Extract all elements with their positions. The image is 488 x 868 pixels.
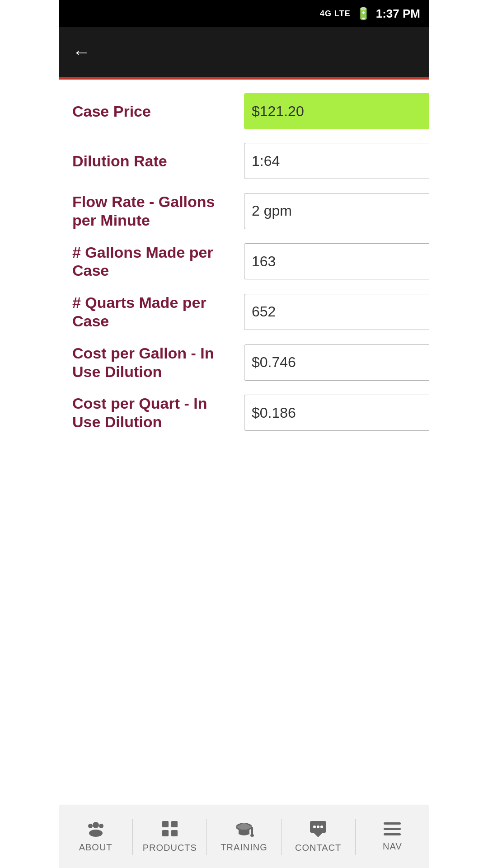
svg-rect-4 [162,821,169,827]
about-icon [87,821,105,840]
svg-point-0 [93,822,99,828]
form-row-case-price: Case Price [72,93,416,129]
products-label: PRODUCTS [143,843,197,853]
nav-item-products[interactable]: PRODUCTS [133,820,206,853]
svg-rect-10 [251,827,253,835]
contact-icon [309,820,327,840]
main-content: Case PriceDilution RateFlow Rate - Gallo… [59,80,429,805]
label-cost-per-gallon: Cost per Gallon - In Use Dilution [72,344,235,381]
back-button[interactable]: ← [72,43,90,61]
signal-icon: 4G LTE [320,9,351,19]
input-dilution-rate[interactable] [244,143,429,179]
input-gallons-made[interactable] [244,243,429,279]
input-flow-rate[interactable] [244,193,429,229]
status-bar: 4G LTE 🔋 1:37 PM [59,0,429,27]
label-cost-per-quart: Cost per Quart - In Use Dilution [72,394,235,431]
form-row-quarts-made: # Quarts Made per Case [72,293,416,330]
input-quarts-made[interactable] [244,294,429,330]
svg-point-14 [313,826,316,828]
label-gallons-made: # Gallons Made per Case [72,243,235,280]
label-quarts-made: # Quarts Made per Case [72,293,235,330]
svg-point-1 [89,830,103,837]
form-row-gallons-made: # Gallons Made per Case [72,243,416,280]
header: ← [59,27,429,77]
svg-rect-6 [162,830,169,836]
nav-item-nav[interactable]: NAV [356,821,429,852]
form-row-dilution-rate: Dilution Rate [72,143,416,179]
svg-point-15 [317,826,319,828]
training-label: TRAINING [221,842,267,853]
svg-rect-19 [384,833,401,835]
label-case-price: Case Price [72,102,235,121]
contact-label: CONTACT [295,843,341,853]
nav-item-about[interactable]: ABOUT [59,821,132,853]
svg-point-3 [99,824,103,828]
svg-rect-5 [171,821,178,827]
svg-point-16 [320,826,323,828]
nav-item-training[interactable]: TRAINING [207,821,281,853]
label-dilution-rate: Dilution Rate [72,152,235,170]
form-row-flow-rate: Flow Rate - Gallons per Minute [72,193,416,230]
form-row-cost-per-gallon: Cost per Gallon - In Use Dilution [72,344,416,381]
about-label: ABOUT [79,842,113,853]
svg-rect-17 [384,822,401,825]
input-cost-per-gallon[interactable] [244,344,429,381]
input-case-price[interactable] [244,93,429,129]
label-flow-rate: Flow Rate - Gallons per Minute [72,193,235,230]
svg-rect-7 [171,830,178,836]
bottom-navigation: ABOUT PRODUCTS TRAINING [59,805,429,868]
training-icon [234,821,254,840]
form-row-cost-per-quart: Cost per Quart - In Use Dilution [72,394,416,431]
battery-icon: 🔋 [356,7,371,21]
nav-label: NAV [383,841,402,852]
input-cost-per-quart[interactable] [244,395,429,431]
svg-point-11 [250,834,254,837]
nav-item-contact[interactable]: CONTACT [282,820,355,853]
svg-point-2 [88,824,93,828]
nav-icon [384,821,401,839]
svg-rect-18 [384,828,401,830]
time-display: 1:37 PM [376,7,420,21]
svg-marker-13 [314,833,323,837]
products-icon [161,820,178,840]
